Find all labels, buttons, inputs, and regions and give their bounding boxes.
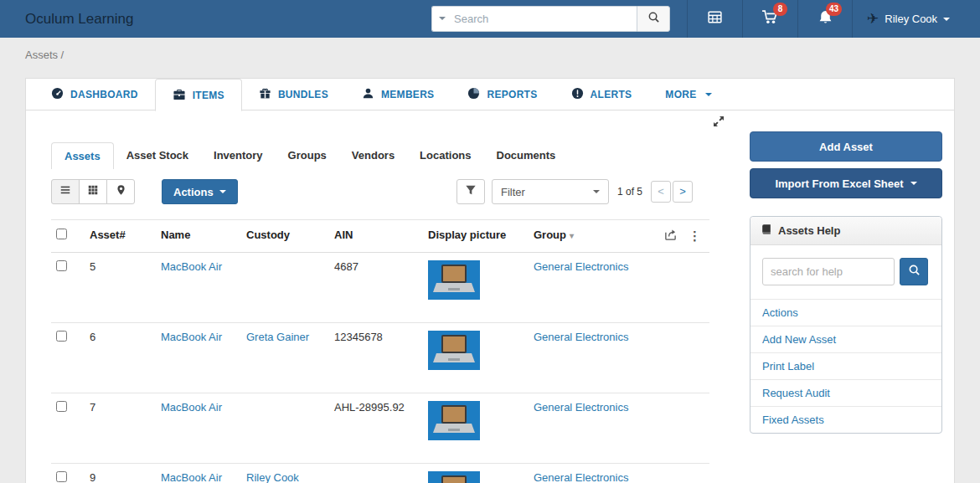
subtab-inventory[interactable]: Inventory	[201, 142, 276, 169]
help-search-button[interactable]	[900, 258, 928, 285]
help-link-fixed-assets[interactable]: Fixed Assets	[750, 407, 941, 433]
search-button[interactable]	[637, 6, 670, 32]
asset-number: 6	[85, 323, 156, 393]
row-checkbox[interactable]	[56, 331, 67, 342]
asset-name-link[interactable]: MacBook Air	[161, 401, 222, 414]
import-excel-button[interactable]: Import From Excel Sheet	[750, 168, 942, 198]
table-row: 6 MacBook Air Greta Gainer 12345678 Gene…	[51, 323, 709, 393]
expand-button[interactable]	[713, 116, 726, 129]
ain-value: 12345678	[329, 323, 423, 393]
gift-icon	[259, 87, 271, 102]
table-toolbar: Actions Filter 1 of 5 < >	[26, 179, 735, 206]
group-link[interactable]: General Electronics	[534, 331, 628, 343]
search-icon	[647, 11, 660, 27]
subtab-groups[interactable]: Groups	[276, 142, 339, 169]
filter-toggle-button[interactable]	[456, 179, 485, 204]
group-link[interactable]: General Electronics	[534, 471, 628, 483]
subtab-documents[interactable]: Documents	[484, 142, 569, 169]
sub-tab-bar: Assets Asset Stock Inventory Groups Vend…	[51, 142, 568, 169]
row-checkbox[interactable]	[56, 260, 67, 271]
group-link[interactable]: General Electronics	[534, 401, 628, 414]
export-icon[interactable]	[664, 229, 677, 244]
tab-alerts[interactable]: ALERTS	[554, 79, 649, 110]
help-search-input[interactable]	[762, 258, 895, 285]
filter-selected-value: Filter	[501, 186, 525, 198]
cart-button[interactable]: 8	[742, 0, 797, 38]
add-asset-button[interactable]: Add Asset	[750, 131, 942, 162]
help-link-request-audit[interactable]: Request Audit	[750, 380, 941, 406]
chevron-down-icon	[943, 18, 950, 21]
group-link[interactable]: General Electronics	[534, 260, 628, 273]
asset-number: 5	[85, 253, 156, 323]
asset-number: 9	[85, 464, 156, 483]
tab-label: MEMBERS	[381, 89, 434, 100]
map-pin-icon	[116, 184, 126, 199]
help-link-print-label[interactable]: Print Label	[750, 353, 941, 379]
asset-thumbnail[interactable]	[428, 260, 480, 300]
list-item: Fixed Assets	[750, 406, 941, 433]
subtab-locations[interactable]: Locations	[407, 142, 483, 169]
list-item: Request Audit	[750, 379, 941, 406]
subtab-vendors[interactable]: Vendors	[339, 142, 407, 169]
col-group-label: Group	[534, 229, 566, 241]
global-search	[431, 6, 670, 32]
dashboard-icon	[51, 87, 64, 102]
search-input[interactable]	[431, 6, 637, 32]
custody-link[interactable]: Riley Cook	[246, 471, 299, 483]
assets-help-title: Assets Help	[778, 224, 840, 237]
asset-thumbnail[interactable]	[428, 471, 480, 483]
list-item: Add New Asset	[750, 326, 941, 352]
tab-members[interactable]: MEMBERS	[345, 79, 451, 110]
tab-bundles[interactable]: BUNDLES	[242, 79, 345, 110]
user-menu[interactable]: ✈ Riley Cook	[867, 0, 950, 38]
actions-dropdown-button[interactable]: Actions	[162, 179, 238, 204]
row-checkbox[interactable]	[56, 401, 67, 412]
row-checkbox[interactable]	[56, 471, 67, 482]
asset-name-link[interactable]: MacBook Air	[161, 260, 222, 273]
ain-value: AHL-28995.92	[329, 393, 423, 464]
tab-dashboard[interactable]: DASHBOARD	[34, 79, 155, 110]
alert-icon	[571, 87, 584, 102]
import-label: Import From Excel Sheet	[775, 177, 903, 190]
subtab-assets[interactable]: Assets	[51, 142, 114, 169]
tab-reports[interactable]: REPORTS	[451, 79, 554, 110]
pagination-next-button[interactable]: >	[673, 181, 693, 203]
table-row: 5 MacBook Air 4687 General Electronics	[51, 253, 709, 323]
col-group[interactable]: Group▾	[529, 220, 654, 253]
asset-thumbnail[interactable]	[428, 401, 480, 440]
tab-label: ITEMS	[193, 90, 224, 101]
main-tab-bar: DASHBOARD ITEMS BUNDLES MEMBERS	[26, 79, 954, 110]
asset-thumbnail[interactable]	[428, 331, 480, 370]
chevron-down-icon	[219, 190, 226, 193]
col-asset-number: Asset#	[85, 220, 156, 253]
ain-value: 4687	[329, 253, 423, 323]
col-custody: Custody	[241, 220, 329, 253]
filter-select[interactable]: Filter	[492, 179, 609, 204]
list-view-button[interactable]	[51, 179, 80, 204]
select-all-checkbox[interactable]	[56, 229, 67, 239]
chevron-down-icon	[910, 182, 917, 185]
tab-items[interactable]: ITEMS	[155, 79, 242, 111]
custody-link[interactable]: Greta Gainer	[246, 331, 309, 343]
asset-name-link[interactable]: MacBook Air	[161, 471, 222, 483]
help-link-actions[interactable]: Actions	[750, 300, 941, 326]
tab-more[interactable]: MORE	[648, 79, 728, 110]
table-row: 7 MacBook Air AHL-28995.92 General Elect…	[51, 393, 709, 464]
notifications-button[interactable]: 43	[797, 0, 853, 38]
kebab-menu-icon[interactable]: ⋮	[689, 230, 701, 242]
sort-caret-icon: ▾	[570, 231, 574, 240]
funnel-icon	[465, 184, 477, 199]
asset-name-link[interactable]: MacBook Air	[161, 331, 222, 343]
map-view-button[interactable]	[106, 179, 135, 204]
chevron-down-icon	[705, 93, 712, 96]
list-item: Actions	[750, 299, 941, 326]
book-icon	[761, 224, 772, 238]
header-icon-group: 8 43	[687, 0, 853, 38]
calendar-icon	[707, 9, 723, 28]
grid-view-button[interactable]	[79, 179, 107, 204]
person-icon	[362, 87, 374, 102]
help-link-add-new-asset[interactable]: Add New Asset	[750, 326, 941, 352]
pagination-prev-button[interactable]: <	[651, 181, 671, 203]
calendar-button[interactable]	[687, 0, 742, 38]
subtab-asset-stock[interactable]: Asset Stock	[114, 142, 201, 169]
